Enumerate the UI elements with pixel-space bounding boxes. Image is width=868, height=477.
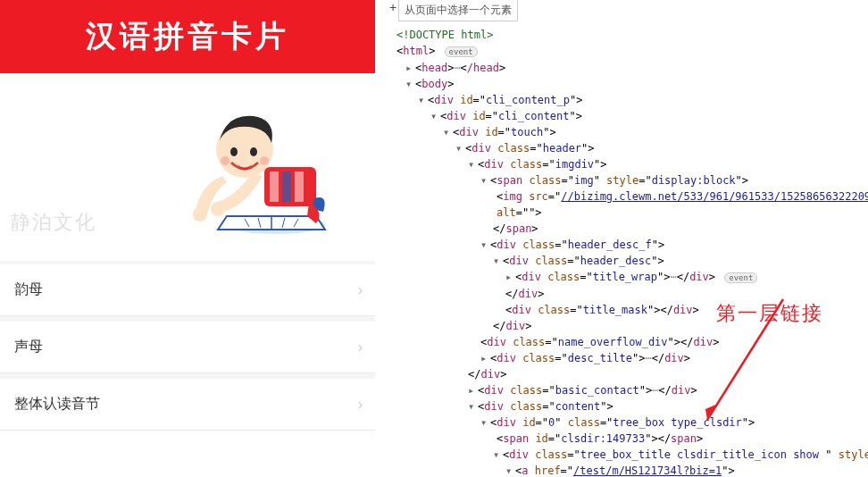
list-item-label: 声母 bbox=[14, 339, 43, 354]
element-picker-icon[interactable]: + bbox=[386, 0, 400, 14]
pinyin-category-list: 韵母 › 声母 › 整体认读音节 › bbox=[0, 261, 375, 431]
expand-icon[interactable]: ▸ bbox=[405, 60, 415, 76]
svg-rect-7 bbox=[270, 172, 279, 202]
devtools-elements-panel: + 从页面中选择一个元素 <!DOCTYPE html> <html> even… bbox=[386, 0, 868, 477]
list-item-zhengti[interactable]: 整体认读音节 › bbox=[0, 379, 375, 431]
svg-point-12 bbox=[250, 147, 257, 156]
event-badge[interactable]: event bbox=[445, 46, 478, 57]
svg-point-14 bbox=[260, 156, 269, 165]
svg-rect-9 bbox=[295, 172, 304, 202]
dom-tree[interactable]: <!DOCTYPE html> <html> event ▸<head>⋯</h… bbox=[386, 21, 868, 477]
banner-title: 汉语拼音卡片 bbox=[86, 19, 289, 53]
chevron-right-icon: › bbox=[358, 397, 363, 413]
svg-point-11 bbox=[230, 147, 238, 156]
list-item-label: 整体认读音节 bbox=[14, 396, 100, 411]
hero-area: 静泊文化 bbox=[0, 73, 375, 261]
collapse-icon[interactable]: ▾ bbox=[405, 76, 415, 92]
svg-point-13 bbox=[221, 156, 230, 165]
banner: 汉语拼音卡片 bbox=[0, 0, 375, 73]
mobile-preview-panel: 汉语拼音卡片 静泊文化 bbox=[0, 0, 375, 477]
event-badge[interactable]: event bbox=[724, 272, 757, 283]
chevron-right-icon: › bbox=[358, 339, 363, 356]
list-item-yunmu[interactable]: 韵母 › bbox=[0, 264, 375, 316]
svg-marker-18 bbox=[705, 404, 718, 420]
annotation-label: 第一层链接 bbox=[716, 300, 823, 327]
inspect-tooltip: 从页面中选择一个元素 bbox=[398, 0, 518, 21]
svg-rect-8 bbox=[282, 172, 291, 202]
chevron-right-icon: › bbox=[358, 282, 363, 298]
svg-point-16 bbox=[211, 202, 225, 216]
boy-reading-illustration bbox=[138, 91, 334, 243]
watermark-text: 静泊文化 bbox=[11, 209, 96, 236]
list-item-label: 韵母 bbox=[14, 281, 43, 297]
list-item-shengmu[interactable]: 声母 › bbox=[0, 322, 375, 373]
svg-point-15 bbox=[193, 207, 207, 222]
